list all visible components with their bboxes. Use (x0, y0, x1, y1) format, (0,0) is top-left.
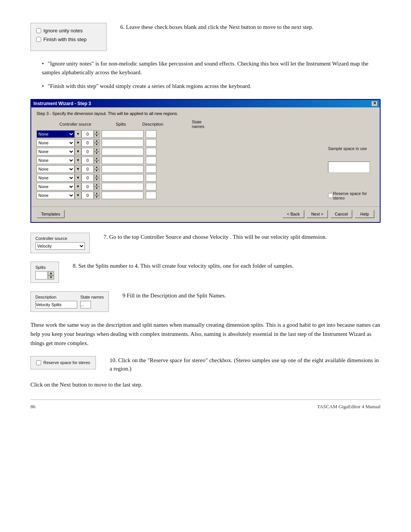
dim-source-select-5[interactable]: None (37, 165, 75, 173)
dim-desc-input-3[interactable] (102, 148, 143, 155)
splits-down-5[interactable]: ▼ (94, 169, 99, 173)
splits-panel: Splits 4 ▲ ▼ (30, 262, 59, 283)
dim-splits-spinner-1: ▲ ▼ (94, 130, 99, 138)
bullet-2: "Finish with this step" would simply cre… (42, 82, 381, 91)
splits-input-row: 4 ▲ ▼ (35, 271, 54, 280)
dim-splits-spinner-5: ▲ ▼ (94, 165, 99, 173)
dim-source-select-2[interactable]: None (37, 139, 75, 147)
step6-text: 6. Leave these check boxes blank and cli… (120, 23, 381, 32)
dim-splits-input-2[interactable] (81, 139, 94, 147)
dim-desc-input-1[interactable] (102, 130, 143, 138)
footer-title: TASCAM GigaEditor 4 Manual (317, 404, 381, 410)
dialog-footer: Templates < Back Next > Cancel Help (31, 206, 380, 222)
dim-source-arrow-4[interactable]: ▼ (75, 157, 81, 164)
controller-source-select[interactable]: Velocity (35, 242, 85, 250)
finish-with-step-checkbox[interactable] (36, 37, 41, 42)
reserve-space-stereo-checkbox[interactable] (36, 360, 41, 365)
dim-desc-input-2[interactable] (102, 139, 143, 147)
desc-input-field[interactable] (35, 301, 77, 308)
ignore-unity-notes-item: Ignore unity notes (36, 28, 99, 34)
cancel-button[interactable]: Cancel (330, 210, 352, 218)
state-label: State names (80, 295, 104, 299)
splits-down-4[interactable]: ▼ (94, 160, 99, 164)
splits-num-input[interactable]: 4 (35, 271, 48, 280)
dim-source-select-6[interactable]: None (37, 174, 75, 182)
dim-splits-input-1[interactable] (81, 130, 94, 138)
dim-source-select-3[interactable]: None (37, 148, 75, 155)
dim-splits-input-5[interactable] (81, 165, 94, 173)
splits-up-btn[interactable]: ▲ (48, 271, 54, 275)
dialog-rows-area: NoneVelocity ▼ ▲ ▼ None ▼ (37, 130, 374, 200)
dim-desc-input-8[interactable] (102, 192, 143, 199)
dim-splits-input-3[interactable] (81, 148, 94, 155)
dim-splits-spinner-7: ▲ ▼ (94, 183, 99, 190)
desc-input-row (35, 301, 104, 308)
splits-down-7[interactable]: ▼ (94, 187, 99, 190)
desc-panel: Description State names (30, 291, 109, 312)
dim-splits-input-7[interactable] (81, 183, 94, 190)
dim-source-arrow-3[interactable]: ▼ (75, 148, 81, 155)
col-state-header: State names (192, 120, 215, 129)
dim-desc-input-7[interactable] (102, 183, 143, 190)
dim-splits-input-4[interactable] (81, 157, 94, 164)
state-input-field[interactable] (80, 301, 91, 308)
next-button[interactable]: Next > (307, 210, 328, 218)
splits-up-1[interactable]: ▲ (94, 130, 99, 134)
splits-down-6[interactable]: ▼ (94, 178, 99, 182)
dim-source-arrow-6[interactable]: ▼ (75, 174, 81, 182)
bullet-1: "Ignore unity notes" is for non-melodic … (42, 59, 381, 77)
dim-state-input-6[interactable] (146, 174, 156, 182)
dim-state-input-4[interactable] (146, 157, 156, 164)
sample-space-box (328, 161, 370, 173)
dim-splits-input-6[interactable] (81, 174, 94, 182)
dim-source-select-7[interactable]: None (37, 183, 75, 190)
dialog-rows-left: NoneVelocity ▼ ▲ ▼ None ▼ (37, 130, 325, 200)
splits-down-1[interactable]: ▼ (94, 134, 99, 138)
dialog-title: Instrument Wizard - Step 3 (33, 101, 91, 106)
step10-text: 10. Click on the "Reserve space for ster… (110, 356, 381, 373)
dim-state-input-5[interactable] (146, 165, 156, 173)
splits-up-7[interactable]: ▲ (94, 183, 99, 187)
ignore-unity-notes-checkbox[interactable] (36, 28, 41, 33)
dim-source-select-1[interactable]: NoneVelocity (37, 130, 75, 138)
splits-up-4[interactable]: ▲ (94, 157, 99, 160)
dim-state-input-1[interactable] (146, 130, 156, 138)
splits-panel-label: Splits (35, 265, 54, 270)
splits-up-3[interactable]: ▲ (94, 148, 99, 152)
dim-source-select-4[interactable]: None (37, 157, 75, 164)
back-button[interactable]: < Back (282, 210, 304, 218)
dim-row-2: None ▼ ▲ ▼ (37, 139, 325, 147)
dim-source-select-8[interactable]: None (37, 192, 75, 199)
reserve-space-checkbox[interactable] (328, 193, 333, 198)
dim-source-arrow-5[interactable]: ▼ (75, 165, 81, 173)
splits-down-8[interactable]: ▼ (94, 195, 99, 199)
dim-source-arrow-8[interactable]: ▼ (75, 192, 81, 199)
splits-down-3[interactable]: ▼ (94, 152, 99, 155)
step6-checkbox-panel: Ignore unity notes Finish with this step (30, 23, 107, 51)
dim-state-input-8[interactable] (146, 192, 156, 199)
paragraph-block: These work the same way as the descripti… (30, 320, 381, 348)
section-9: Description State names 9 Fill in the De… (30, 291, 381, 312)
splits-up-6[interactable]: ▲ (94, 174, 99, 178)
dialog-close-button[interactable]: ✕ (371, 101, 378, 106)
dim-state-input-7[interactable] (146, 183, 156, 190)
help-button[interactable]: Help (355, 210, 374, 218)
finish-with-step-label: Finish with this step (43, 37, 86, 42)
splits-down-2[interactable]: ▼ (94, 143, 99, 147)
dim-desc-input-4[interactable] (102, 157, 143, 164)
dim-state-input-3[interactable] (146, 148, 156, 155)
splits-spinner: ▲ ▼ (48, 271, 54, 280)
splits-up-5[interactable]: ▲ (94, 165, 99, 169)
dim-source-arrow-7[interactable]: ▼ (75, 183, 81, 190)
dim-state-input-2[interactable] (146, 139, 156, 147)
dim-source-arrow-2[interactable]: ▼ (75, 139, 81, 147)
templates-button[interactable]: Templates (37, 210, 65, 218)
dim-splits-input-8[interactable] (81, 192, 94, 199)
splits-down-btn[interactable]: ▼ (48, 275, 54, 280)
splits-up-2[interactable]: ▲ (94, 139, 99, 143)
sample-space-label: Sample space in use (328, 146, 374, 173)
dim-source-arrow-1[interactable]: ▼ (75, 130, 81, 138)
splits-up-8[interactable]: ▲ (94, 192, 99, 195)
dim-desc-input-5[interactable] (102, 165, 143, 173)
dim-desc-input-6[interactable] (102, 174, 143, 182)
